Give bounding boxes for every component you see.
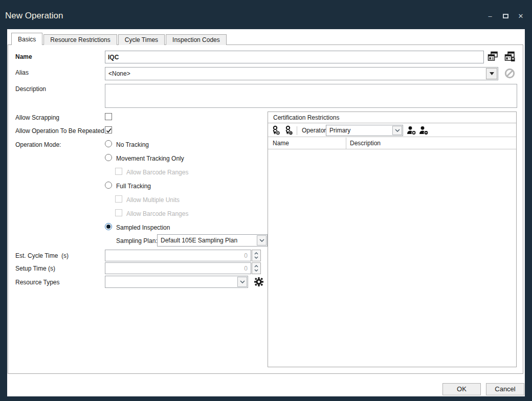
est-cycle-time-input[interactable]: 0 — [105, 250, 251, 261]
full-allow-barcode-label: Allow Barcode Ranges — [126, 210, 188, 218]
description-textarea[interactable] — [105, 84, 517, 108]
alias-value: <None> — [108, 70, 130, 77]
no-entry-glyph — [504, 68, 515, 79]
movement-allow-barcode-label: Allow Barcode Ranges — [126, 169, 188, 176]
gear-icon — [253, 276, 264, 287]
chevron-down-icon — [240, 280, 245, 283]
radio-no-tracking[interactable] — [105, 140, 112, 147]
chevron-down-icon — [259, 239, 264, 242]
spinner-down-icon — [254, 256, 258, 259]
window-copy-glyph — [487, 51, 498, 62]
setup-time-label: Setup Time (s) — [15, 265, 55, 273]
window-copy-save-glyph — [504, 51, 515, 62]
name-label: Name — [15, 53, 32, 61]
tab-basics[interactable]: Basics — [11, 33, 42, 45]
cancel-button[interactable]: Cancel — [486, 383, 524, 395]
resource-types-combobox[interactable] — [105, 276, 248, 288]
window-title: New Operation — [5, 11, 63, 21]
radio-movement-tracking[interactable] — [105, 154, 112, 161]
remove-certification-button[interactable] — [284, 125, 295, 136]
add-certification-button[interactable] — [271, 125, 282, 136]
toolbar-separator — [297, 126, 297, 135]
certification-restrictions-panel: Certification Restrictions — [268, 112, 517, 367]
certificate-add-icon — [271, 125, 281, 136]
window-controls: – ✕ — [486, 12, 525, 20]
tab-resource-restrictions[interactable]: Resource Restrictions — [43, 34, 117, 45]
certification-toolbar: Operator Primary — [268, 124, 516, 137]
spinner-down-icon — [254, 269, 258, 272]
minimize-icon[interactable]: – — [486, 12, 494, 20]
name-input[interactable] — [105, 51, 484, 63]
dropdown-triangle-icon — [490, 72, 494, 75]
tab-strip: Basics Resource Restrictions Cycle Times… — [11, 33, 228, 45]
alias-combobox[interactable]: <None> — [105, 67, 498, 80]
dialog-content: Basics Resource Restrictions Cycle Times… — [7, 29, 525, 396]
operator-label: Operator — [302, 127, 326, 135]
remove-operator-button[interactable] — [418, 126, 429, 137]
est-cycle-time-label: Est. Cycle Time (s) — [15, 252, 69, 260]
tab-page-basics: Name — [8, 44, 523, 374]
est-cycle-time-spinner[interactable] — [252, 250, 261, 261]
radio-sampled-inspection[interactable] — [105, 223, 112, 230]
spinner-up-icon — [254, 252, 258, 255]
est-cycle-time-value: 0 — [244, 252, 248, 259]
allow-scrapping-label: Allow Scrapping — [15, 114, 59, 122]
maximize-box — [503, 14, 508, 18]
operation-mode-label: Operation Mode: — [15, 141, 61, 149]
spinner-up-icon — [254, 265, 258, 268]
certificate-remove-icon — [284, 125, 294, 136]
radio-no-tracking-label[interactable]: No Tracking — [116, 141, 149, 149]
description-label: Description — [15, 85, 46, 93]
radio-full-tracking[interactable] — [105, 182, 112, 189]
sampling-plan-combobox[interactable]: Default 105E Sampling Plan — [157, 234, 268, 247]
certification-grid-body[interactable] — [268, 150, 516, 367]
copy-localized-name-save-icon[interactable] — [504, 51, 515, 62]
movement-allow-barcode-checkbox — [115, 168, 122, 175]
sampling-plan-value: Default 105E Sampling Plan — [161, 237, 237, 244]
allow-repeat-checkbox[interactable] — [105, 126, 112, 133]
chevron-down-icon — [395, 129, 400, 132]
alias-dropdown-button[interactable] — [486, 68, 497, 79]
maximize-icon[interactable] — [501, 12, 509, 20]
add-operator-button[interactable] — [406, 126, 417, 137]
tab-inspection-codes[interactable]: Inspection Codes — [166, 34, 227, 45]
setup-time-value: 0 — [244, 265, 248, 272]
column-header-name[interactable]: Name — [273, 138, 289, 149]
full-allow-multiple-units-label: Allow Multiple Units — [126, 196, 180, 204]
operator-combobox[interactable]: Primary — [326, 125, 403, 136]
operator-value: Primary — [329, 127, 350, 134]
copy-localized-name-icon[interactable] — [487, 51, 498, 62]
person-add-icon — [406, 126, 416, 135]
setup-time-input[interactable]: 0 — [105, 262, 251, 274]
column-header-description[interactable]: Description — [350, 138, 381, 149]
checkmark-icon — [105, 127, 113, 134]
radio-sampled-inspection-label[interactable]: Sampled Inspection — [116, 224, 170, 232]
alias-disabled-icon — [504, 68, 515, 79]
full-allow-multiple-units-checkbox — [115, 195, 122, 203]
close-icon[interactable]: ✕ — [517, 12, 525, 20]
sampling-plan-dropdown-button[interactable] — [257, 235, 267, 246]
resource-types-label: Resource Types — [15, 279, 60, 286]
allow-repeat-label: Allow Operation To Be Repeated — [15, 127, 104, 135]
ok-button[interactable]: OK — [442, 383, 481, 395]
new-operation-dialog: New Operation – ✕ Basics Resource Restri… — [0, 0, 532, 401]
person-remove-icon — [418, 126, 429, 135]
resource-types-settings-button[interactable] — [253, 276, 264, 287]
operator-dropdown-button[interactable] — [392, 126, 402, 135]
radio-full-tracking-label[interactable]: Full Tracking — [116, 183, 151, 190]
certification-restrictions-title: Certification Restrictions — [268, 112, 516, 123]
certification-grid-header: Name Description — [268, 138, 516, 149]
titlebar: New Operation – ✕ — [0, 0, 532, 29]
tab-cycle-times[interactable]: Cycle Times — [118, 34, 165, 45]
full-allow-barcode-checkbox — [115, 209, 122, 216]
allow-scrapping-checkbox[interactable] — [105, 113, 112, 120]
sampling-plan-label: Sampling Plan: — [116, 237, 158, 245]
alias-label: Alias — [15, 69, 29, 77]
radio-movement-tracking-label[interactable]: Movement Tracking Only — [116, 155, 184, 163]
column-divider[interactable] — [346, 138, 346, 149]
resource-types-dropdown-button[interactable] — [237, 277, 247, 287]
setup-time-spinner[interactable] — [252, 262, 261, 274]
